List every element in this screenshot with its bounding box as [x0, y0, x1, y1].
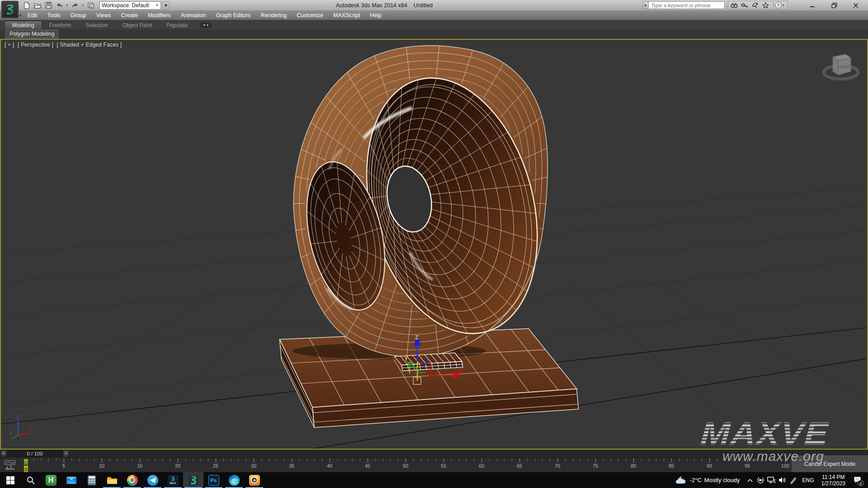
- menu-tools[interactable]: Tools: [42, 11, 66, 20]
- ruler-tick: [86, 458, 87, 461]
- menu-help[interactable]: Help: [365, 11, 387, 20]
- workspace-label: Workspace: Default: [102, 2, 149, 9]
- current-frame-tag: 0: [24, 465, 28, 473]
- viewcube[interactable]: FRONT: [817, 47, 864, 86]
- ruler-tick: [254, 458, 254, 463]
- app-menu-caret-icon[interactable]: ▾: [19, 14, 21, 18]
- start-button[interactable]: [0, 472, 20, 488]
- redo-history-caret-icon[interactable]: ▾: [81, 1, 85, 10]
- mini-curve-editor-button[interactable]: [5, 460, 15, 470]
- taskbar-app-3dsmax-running[interactable]: [183, 472, 203, 488]
- taskbar-app-camera[interactable]: [244, 472, 264, 488]
- menu-group[interactable]: Group: [66, 11, 91, 20]
- app-logo-3dsmax-icon[interactable]: [1, 1, 19, 18]
- ruler-frame-label: 25: [213, 463, 218, 469]
- taskbar-app-mail[interactable]: [61, 472, 81, 488]
- ruler-frame-label: 65: [517, 463, 522, 469]
- ruler-tick: [512, 458, 512, 461]
- ribbon-minimize-caret-icon[interactable]: ▼ ▾: [200, 22, 212, 28]
- ribbon-tab-freeform[interactable]: Freeform: [42, 21, 79, 29]
- menu-maxscript[interactable]: MAXScript: [328, 11, 365, 20]
- taskbar-app-chrome[interactable]: [122, 472, 142, 488]
- frame-display[interactable]: 0 / 100: [7, 450, 62, 457]
- project-folder-button[interactable]: [86, 1, 96, 10]
- weather-condition: Mostly cloudy: [704, 477, 740, 483]
- time-slider-playhead[interactable]: [24, 459, 28, 465]
- menu-create[interactable]: Create: [116, 11, 143, 20]
- viewport-shading-menu[interactable]: [ Shaded + Edged Faces ]: [57, 42, 122, 48]
- menu-edit[interactable]: Edit: [23, 11, 42, 20]
- taskbar-app-explorer[interactable]: [102, 472, 122, 488]
- action-center-button[interactable]: 2: [849, 472, 866, 488]
- search-input[interactable]: [649, 1, 725, 9]
- new-file-button[interactable]: [22, 1, 32, 10]
- workspace-selector[interactable]: Workspace: Default ▼: [99, 1, 161, 9]
- subscription-key-icon[interactable]: [740, 2, 749, 9]
- ruler-tick: [595, 458, 596, 463]
- panel-polygon-modeling[interactable]: Polygon Modeling: [5, 30, 58, 38]
- taskbar-search-button[interactable]: [20, 472, 41, 488]
- ruler-tick: [398, 458, 398, 461]
- previous-frame-button[interactable]: <: [0, 450, 7, 457]
- minimize-button[interactable]: [807, 1, 818, 9]
- ruler-tick: [200, 458, 201, 461]
- undo-button[interactable]: [54, 1, 64, 10]
- open-file-button[interactable]: [33, 1, 42, 10]
- menu-modifiers[interactable]: Modifiers: [143, 11, 176, 20]
- ruler-tick: [451, 458, 452, 461]
- ruler-tick: [375, 458, 376, 461]
- ribbon-tab-object-paint[interactable]: Object Paint: [115, 21, 159, 29]
- undo-history-caret-icon[interactable]: ▾: [65, 1, 69, 10]
- search-scope-caret-icon[interactable]: ►: [643, 1, 649, 9]
- ruler-tick: [535, 458, 535, 461]
- help-button[interactable]: ? ▾: [773, 2, 786, 9]
- ruler-tick: [162, 458, 163, 461]
- menu-views[interactable]: Views: [91, 11, 116, 20]
- menu-animation[interactable]: Animation: [176, 11, 211, 20]
- close-button[interactable]: [850, 1, 862, 9]
- taskbar-app-3dsmax-badge[interactable]: 3 MAX: [163, 472, 183, 488]
- search-binoculars-icon[interactable]: [730, 2, 739, 9]
- menu-graph-editors[interactable]: Graph Editors: [211, 11, 255, 20]
- chrome-icon: [127, 475, 138, 486]
- taskbar-weather-widget[interactable]: -2°C Mostly cloudy: [671, 475, 745, 485]
- ruler-tick: [307, 458, 307, 461]
- ruler-tick: [421, 458, 421, 461]
- restore-button[interactable]: [828, 1, 840, 9]
- taskbar-app-edge[interactable]: [224, 472, 244, 488]
- ribbon-tab-selection[interactable]: Selection: [78, 21, 115, 29]
- help-caret-icon[interactable]: ▾: [783, 4, 784, 7]
- perspective-viewport[interactable]: [ + ] [ Perspective ] [ Shaded + Edged F…: [0, 39, 868, 450]
- viewport-general-menu[interactable]: [ + ]: [5, 42, 14, 48]
- toolbar-options-button[interactable]: ▼: [162, 1, 170, 9]
- tray-volume-icon[interactable]: [777, 472, 788, 488]
- menu-customize[interactable]: Customize: [292, 11, 328, 20]
- ruler-tick: [489, 458, 490, 461]
- language-indicator[interactable]: ENG: [799, 477, 818, 483]
- taskbar-app-photoshop[interactable]: Ps: [203, 472, 224, 488]
- viewport-pov-menu[interactable]: [ Perspective ]: [18, 42, 53, 48]
- tray-chevron-up-icon[interactable]: [745, 472, 755, 488]
- infocenter-buttons: ? ▾: [728, 1, 788, 9]
- tray-network-icon[interactable]: [766, 472, 777, 488]
- next-frame-button[interactable]: >: [63, 450, 69, 457]
- tray-meet-now-icon[interactable]: [755, 472, 766, 488]
- redo-button[interactable]: [70, 1, 80, 10]
- ruler-tick: [140, 458, 140, 463]
- ruler-tick: [246, 458, 246, 461]
- taskbar-app-telegram[interactable]: [142, 472, 163, 488]
- ribbon-tab-populate[interactable]: Populate: [159, 21, 195, 29]
- save-file-button[interactable]: [43, 1, 53, 10]
- taskbar-app-h[interactable]: H: [41, 472, 61, 488]
- taskbar-app-calculator[interactable]: [81, 472, 102, 488]
- ruler-tick: [292, 458, 292, 463]
- mail-icon: [66, 476, 77, 484]
- menu-rendering[interactable]: Rendering: [256, 11, 292, 20]
- favorites-star-icon[interactable]: [761, 2, 770, 9]
- communication-center-icon[interactable]: [750, 2, 760, 9]
- desktop: ▾ ▾ ▾ Workspace: Default: [0, 0, 868, 488]
- tray-pen-icon[interactable]: [788, 472, 799, 488]
- ruler-tick: [147, 458, 148, 461]
- taskbar-clock[interactable]: 11:14 PM 1/27/2023: [818, 474, 849, 487]
- ribbon-tab-modeling[interactable]: Modeling: [5, 21, 42, 29]
